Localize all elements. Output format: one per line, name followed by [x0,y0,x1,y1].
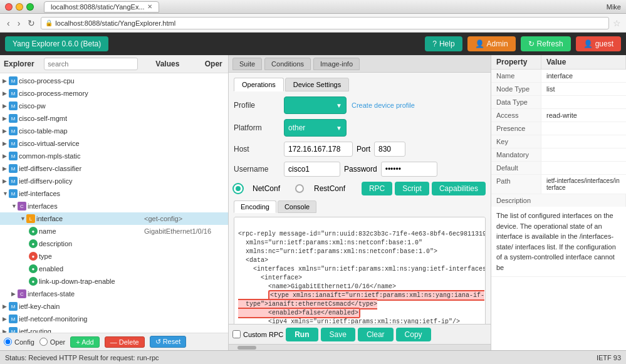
tree-item-cisco-table-map[interactable]: ▶ M cisco-table-map [0,125,228,137]
tree-item-ietf-diffserv-policy[interactable]: ▶ M ietf-diffserv-policy [0,175,228,187]
username-input[interactable] [284,162,340,177]
oper-radio-label[interactable]: Oper [50,338,65,346]
delete-button[interactable]: — Delete [105,336,145,348]
restconf-label[interactable]: RestConf [314,184,345,193]
tab-encoding[interactable]: Encoding [234,200,276,213]
run-button[interactable]: Run [286,328,318,341]
tree-item-interfaces[interactable]: ▼ C interfaces [0,200,228,212]
credentials-row: Username Password [234,162,486,177]
save-button[interactable]: Save [321,328,355,341]
tree-item-interface[interactable]: ▼ L interface <get-config> [0,212,228,225]
guest-button[interactable]: 👤 guest [576,36,621,51]
help-button[interactable]: ? Help [425,36,462,51]
script-button[interactable]: Script [395,182,429,195]
create-profile-link[interactable]: Create device profile [352,101,415,109]
expand-arrow: ▼ [11,203,18,209]
username-label: Username [234,165,284,174]
expand-arrow: ▶ [3,303,9,309]
app-title-button[interactable]: Yang Explorer 0.6.0 (Beta) [5,36,108,51]
tab-image-info[interactable]: Image-info [313,58,360,70]
tree-label: name [39,227,144,235]
back-button[interactable]: ‹ [5,18,12,28]
minimize-button[interactable] [16,3,23,11]
host-input[interactable] [284,142,353,157]
rpc-buttons: RPC Script Capabilities [362,182,486,195]
restconf-radio-icon [295,184,304,193]
password-input[interactable] [381,162,437,177]
expand-arrow: ▶ [3,328,9,333]
tree-label: ietf-routing [19,328,226,333]
prop-key-name: Name [491,70,541,82]
maximize-button[interactable] [26,3,34,11]
reload-button[interactable]: ↻ [26,18,37,28]
tree-item-cisco-process-cpu[interactable]: ▶ M cisco-process-cpu [0,75,228,87]
leaf-icon: ● [29,239,38,248]
tree-item-link-up-down[interactable]: ● link-up-down-trap-enable [0,275,228,288]
refresh-button[interactable]: ↻ Refresh [521,36,571,51]
forward-button[interactable]: › [16,18,23,28]
tree-item-enabled[interactable]: ● enabled [0,263,228,275]
tree-label: interfaces [28,202,226,210]
profile-dropdown[interactable]: ▼ [284,96,347,114]
user-name: Mike [607,3,621,11]
bookmark-button[interactable]: ☆ [613,18,621,28]
platform-dropdown[interactable]: other ▼ [284,119,347,137]
browser-tab[interactable]: localhost:8088/static/YangEx... ✕ [44,1,159,13]
tree-item-name[interactable]: ● name GigabitEthernet1/0/16 [0,225,228,237]
encoding-tabs: Encoding Console [234,200,486,213]
tree-label: ietf-key-chain [19,303,226,310]
tree-item-cisco-process-memory[interactable]: ▶ M cisco-process-memory [0,87,228,100]
tree-label: ietf-diffserv-classifier [19,165,226,172]
tree-item-description[interactable]: ● description [0,237,228,250]
prop-val-path: ietf-interfaces/interfaces/interface [541,175,626,194]
horizontal-scrollbar[interactable] [229,344,491,350]
xml-output-area: <rpc-reply message-id="urn:uuid:832c3b3c… [234,217,486,324]
tab-console[interactable]: Console [278,200,316,213]
tree-item-ietf-netconf-monitoring[interactable]: ▶ M ietf-netconf-monitoring [0,313,228,325]
admin-button[interactable]: 👤 Admin [467,36,516,51]
port-input[interactable] [374,142,405,157]
tree-item-type[interactable]: ● type [0,250,228,263]
config-radio-label[interactable]: Config [14,338,34,346]
netconf-radio-icon [234,184,243,193]
middle-top-tabs: Suite Conditions Image-info [229,55,491,73]
capabilities-button[interactable]: Capabilities [432,182,486,195]
netconf-label[interactable]: NetConf [253,184,280,193]
reset-button[interactable]: ↺ Reset [150,336,187,348]
tree-label: interface [36,215,144,222]
help-icon: ? [432,39,437,48]
custom-rpc-checkbox[interactable] [232,330,241,338]
tab-operations[interactable]: Operations [234,78,284,91]
add-button[interactable]: + Add [70,336,99,348]
tree-item-cisco-pw[interactable]: ▶ M cisco-pw [0,100,228,112]
module-icon: M [9,302,18,311]
config-radio[interactable] [4,338,12,346]
url-bar[interactable]: 🔒 localhost:8088/static/YangExplorer.htm… [41,17,609,29]
property-header: Property Value [491,55,626,70]
tree-item-ietf-interfaces[interactable]: ▼ M ietf-interfaces [0,187,228,200]
tab-conditions[interactable]: Conditions [264,58,311,70]
tree-label: cisco-virtual-service [19,140,226,147]
profile-label: Profile [234,101,284,110]
module-icon: M [9,164,18,173]
copy-button[interactable]: Copy [396,328,431,341]
tree-item-cisco-virtual-service[interactable]: ▶ M cisco-virtual-service [0,137,228,150]
tree-item-ietf-key-chain[interactable]: ▶ M ietf-key-chain [0,300,228,313]
tree-item-interfaces-state[interactable]: ▶ C interfaces-state [0,288,228,300]
tree-item-ietf-diffserv-classifier[interactable]: ▶ M ietf-diffserv-classifier [0,162,228,175]
status-text: Status: Recieved HTTP Result for request… [5,354,592,361]
platform-value: other [288,123,333,132]
search-input[interactable] [44,58,138,70]
tab-suite[interactable]: Suite [232,58,262,70]
tree-item-ietf-routing[interactable]: ▶ M ietf-routing [0,325,228,333]
dropdown-arrow-icon: ▼ [336,125,342,132]
tab-close-icon[interactable]: ✕ [147,3,152,10]
dropdown-arrow-icon: ▼ [336,102,342,109]
close-button[interactable] [5,3,13,11]
oper-radio[interactable] [39,338,48,346]
rpc-button[interactable]: RPC [362,182,392,195]
tab-device-settings[interactable]: Device Settings [285,78,349,91]
tree-item-cisco-self-mgmt[interactable]: ▶ M cisco-self-mgmt [0,112,228,125]
tree-item-common-mpls-static[interactable]: ▶ M common-mpls-static [0,150,228,162]
clear-button[interactable]: Clear [358,328,394,341]
